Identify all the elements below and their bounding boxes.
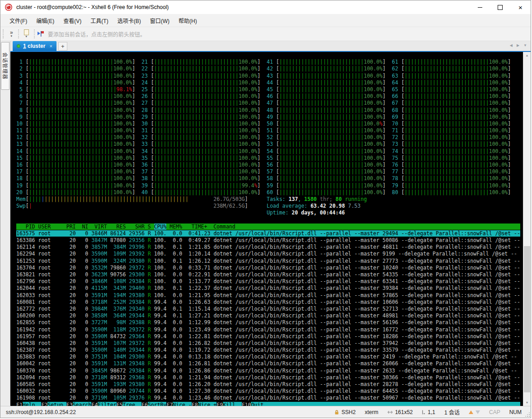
terminal-blank-line bbox=[16, 52, 523, 59]
cpu-meters-row: 1 [|||||||||||||||||||||||||||100.0%] 21… bbox=[16, 59, 523, 65]
cpu-meters-row: 7 [|||||||||||||||||||||||||||100.0%] 27… bbox=[16, 100, 523, 107]
scrollbar-track[interactable] bbox=[523, 59, 531, 399]
htop-fnkey-F7[interactable]: F7 bbox=[166, 402, 173, 406]
process-row[interactable]: 163883 root 20 0 3751M 104M 29300 R 99.4… bbox=[16, 354, 523, 360]
process-row[interactable]: 161253 root 20 0 3590M 324M 29380 R 100.… bbox=[16, 258, 523, 265]
cpu-meters-row: 10 [|||||||||||||||||||||||||||100.0%] 3… bbox=[16, 121, 523, 127]
htop-fnaction-F10[interactable]: Quit bbox=[251, 402, 520, 406]
status-bar: ssh://root@192.168.0.254:22 SSH2 xterm 1… bbox=[0, 406, 531, 418]
tab-list-dropdown-icon[interactable]: ▼ bbox=[523, 43, 527, 47]
scroll-up-button[interactable]: ▲ bbox=[523, 52, 531, 59]
process-row[interactable]: 160081 root 20 0 3718M 252M 29384 R 99.4… bbox=[16, 299, 523, 306]
htop-fnkey-F9[interactable]: F9 bbox=[217, 402, 223, 406]
terminal-size-indicator: 161x52 bbox=[387, 409, 413, 415]
process-row[interactable]: 162114 root 20 0 3857M 384M 29396 R 100.… bbox=[16, 244, 523, 251]
overflow-chevron-button[interactable]: » ▼ bbox=[7, 30, 16, 38]
process-row[interactable]: 162094 root 20 0 3718M 89312 29368 R 99.… bbox=[16, 374, 523, 381]
maximize-button[interactable] bbox=[490, 0, 510, 14]
menu-item-1[interactable]: 编辑(E) bbox=[32, 14, 59, 27]
htop-fnkey-F4[interactable]: F4 bbox=[91, 402, 98, 406]
fnkey-bar[interactable]: F1Help F2Setup F3SearchF4FilterF5Tree F6… bbox=[16, 402, 523, 406]
tab-close-icon[interactable]: × bbox=[49, 44, 52, 49]
process-row[interactable]: 160438 root 20 0 3591M 107M 29372 R 99.4… bbox=[16, 340, 523, 347]
session-dropdown-button[interactable]: ▼ bbox=[21, 29, 32, 39]
process-row[interactable]: 160585 root 20 0 3591M 193M 29380 R 99.4… bbox=[16, 381, 523, 388]
minimize-button[interactable] bbox=[470, 0, 490, 14]
process-row[interactable]: 160200 root 20 0 3858M 364M 29344 R 99.4… bbox=[16, 312, 523, 319]
session-manager-vertical-tab[interactable]: 会话管理器 bbox=[1, 42, 9, 90]
process-row[interactable]: 160370 root 20 0 3845M 98672 29384 R 99.… bbox=[16, 368, 523, 374]
scrollbar-thumb[interactable] bbox=[524, 246, 530, 392]
close-button[interactable]: × bbox=[510, 0, 531, 14]
memory-row: Mem[||||||||||||||||||||||||||||||||||||… bbox=[16, 196, 523, 203]
htop-fnkey-F10[interactable]: F10 bbox=[242, 402, 251, 406]
terminal-screen[interactable]: 1 [|||||||||||||||||||||||||||100.0%] 21… bbox=[10, 52, 523, 406]
process-row[interactable]: 163386 root 20 0 3847M 87080 29356 R 100… bbox=[16, 237, 523, 244]
htop-fnaction-F3[interactable]: Search bbox=[73, 402, 92, 406]
htop-fnkey-F3[interactable]: F3 bbox=[66, 402, 73, 406]
htop-fnkey-F5[interactable]: F5 bbox=[117, 402, 123, 406]
terminal-scrollbar[interactable]: ▲ ▼ bbox=[523, 52, 531, 406]
tab-scroll-right-icon[interactable]: ▶ bbox=[517, 43, 519, 47]
htop-fnkey-F2[interactable]: F2 bbox=[41, 402, 47, 406]
menu-item-0[interactable]: 文件(F) bbox=[5, 14, 32, 27]
htop-fnkey-F1[interactable]: F1 bbox=[16, 402, 23, 406]
process-row[interactable]: 162044 root 20 0 4115M 343M 29400 R 100.… bbox=[16, 285, 523, 292]
cpu-meters-row: 18 [|||||||||||||||||||||||||||100.0%] 3… bbox=[16, 175, 523, 182]
htop-fnaction-F4[interactable]: Filter bbox=[98, 402, 117, 406]
menu-item-4[interactable]: 选项卡(B) bbox=[113, 14, 146, 27]
window-resize-grip[interactable] bbox=[529, 416, 530, 417]
process-row[interactable]: 163821 root 20 0 3623M 90756 29300 R 100… bbox=[16, 271, 523, 278]
htop-fnkey-F8[interactable]: F8 bbox=[192, 402, 198, 406]
scroll-down-button[interactable]: ▼ bbox=[523, 399, 531, 406]
menu-item-3[interactable]: 工具(T) bbox=[86, 14, 113, 27]
cpu-meters-row: 15 [|||||||||||||||||||||||||||100.0%] 3… bbox=[16, 155, 523, 162]
htop-fnaction-F8[interactable]: Nice + bbox=[198, 402, 217, 406]
process-row-selected[interactable]: 163575 root 20 0 3846M 86124 29356 R 100… bbox=[16, 230, 523, 237]
resize-icon bbox=[387, 410, 393, 414]
cpu-meters-row: 12 [|||||||||||||||||||||||||||100.0%] 3… bbox=[16, 134, 523, 141]
close-icon: × bbox=[518, 4, 523, 11]
download-arrow-icon[interactable] bbox=[476, 410, 480, 414]
tab-cluster[interactable]: 1 cluster × bbox=[13, 41, 56, 51]
process-row[interactable]: 161942 root 20 0 3590M 118M 29372 R 99.4… bbox=[16, 326, 523, 333]
htop-fnaction-F1[interactable]: Help bbox=[23, 402, 42, 406]
cpu-meters-row: 11 [|||||||||||||||||||||||||||100.0%] 3… bbox=[16, 127, 523, 134]
add-session-flag-icon[interactable] bbox=[37, 31, 44, 37]
session-count: 1 会话 bbox=[444, 408, 460, 416]
cpu-meters-row: 14 [|||||||||||||||||||||||||||100.0%] 3… bbox=[16, 148, 523, 155]
menu-item-2[interactable]: 查看(V) bbox=[59, 14, 86, 27]
process-row[interactable]: 160042 root 20 0 3591M 131M 29348 R 99.4… bbox=[16, 360, 523, 367]
htop-fnaction-F5[interactable]: Tree bbox=[122, 402, 141, 406]
process-row[interactable]: 161908 root 20 0 3719M 105M 29376 R 99.4… bbox=[16, 395, 523, 401]
menu-item-5[interactable]: 窗口(W) bbox=[146, 14, 174, 27]
cpu-meters-row: 9 [|||||||||||||||||||||||||||100.0%] 29… bbox=[16, 114, 523, 121]
htop-fnkey-F6[interactable]: F6 bbox=[141, 402, 148, 406]
tab-scroll-left-icon[interactable]: ◀ bbox=[510, 43, 513, 47]
upload-arrow-icon[interactable] bbox=[469, 410, 473, 414]
process-row[interactable]: 161957 root 20 0 3590M 84732 29364 R 99.… bbox=[16, 333, 523, 340]
caps-lock-indicator: CAP bbox=[489, 409, 500, 415]
xshell-app-icon bbox=[5, 3, 13, 11]
process-row[interactable]: 160032 root 20 0 3590M 80960 29744 R 99.… bbox=[16, 388, 523, 395]
new-tab-button[interactable]: + bbox=[58, 42, 67, 51]
process-row[interactable]: 162294 root 20 0 3590M 109M 29392 R 100.… bbox=[16, 251, 523, 257]
htop-fnaction-F9[interactable]: Kill bbox=[223, 402, 242, 406]
session-manager-label: 会话管理器 bbox=[2, 52, 9, 79]
process-table-header[interactable]: PID USER PRI NI VIRT RES SHR S CPU% MEM%… bbox=[16, 223, 523, 230]
cpu-meters-row: 19 [|||||||||||||||||||||||||||100.0%] 3… bbox=[16, 182, 523, 189]
process-row[interactable]: 162387 root 20 0 3590M 140M 29344 R 99.4… bbox=[16, 347, 523, 354]
process-row[interactable]: 162772 root 20 0 3984M 376M 29340 R 99.4… bbox=[16, 306, 523, 312]
process-row[interactable]: 162855 root 20 0 3727M 98M 29388 R 99.4 … bbox=[16, 319, 523, 326]
process-row[interactable]: 162033 root 20 0 3591M 194M 29380 R 100.… bbox=[16, 292, 523, 299]
process-row[interactable]: 162796 root 20 0 3846M 108M 29384 R 100.… bbox=[16, 278, 523, 285]
swap-row: Swp[| 238M/62.5G] Load average: 63.42 20… bbox=[16, 203, 523, 210]
cpu-meters-row: 20 [|||||||||||||||||||||||||||100.0%] 4… bbox=[16, 189, 523, 196]
toolbar-grip[interactable] bbox=[3, 29, 5, 38]
htop-fnaction-F6[interactable]: SortBy bbox=[148, 402, 167, 406]
process-row[interactable]: 163704 root 20 0 3532M 79860 29372 R 100… bbox=[16, 265, 523, 271]
htop-fnaction-F7[interactable]: Nice - bbox=[173, 402, 192, 406]
htop-fnaction-F2[interactable]: Setup bbox=[47, 402, 66, 406]
menu-item-6[interactable]: 帮助(H) bbox=[174, 14, 202, 27]
protocol-indicator: SSH2 bbox=[334, 409, 356, 415]
